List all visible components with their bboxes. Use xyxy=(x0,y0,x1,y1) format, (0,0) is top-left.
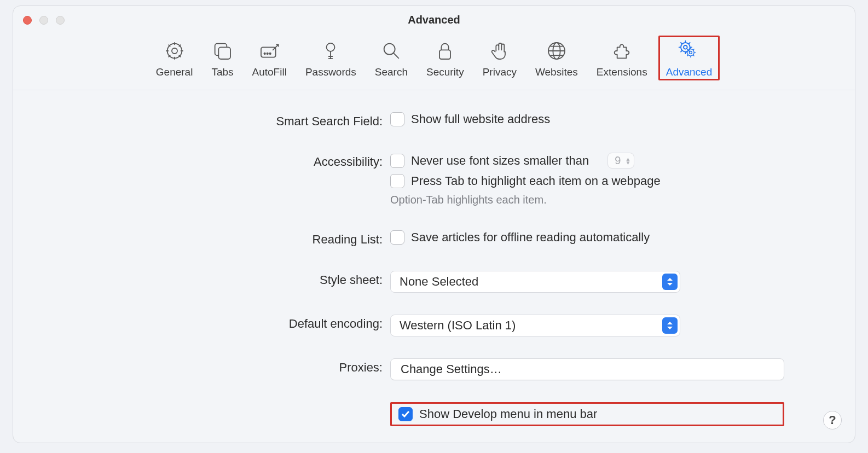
globe-icon xyxy=(546,38,568,64)
encoding-select[interactable]: Western (ISO Latin 1) xyxy=(390,315,680,336)
tab-label: Passwords xyxy=(305,66,356,78)
change-proxies-button[interactable]: Change Settings… xyxy=(390,358,784,380)
tab-label: Extensions xyxy=(597,66,647,78)
preferences-window: Advanced General Tabs AutoFill Passwor xyxy=(13,5,855,443)
tab-privacy[interactable]: Privacy xyxy=(475,36,524,80)
advanced-pane: Smart Search Field: Show full website ad… xyxy=(13,90,855,433)
tab-label: Security xyxy=(426,66,464,78)
stylesheet-label: Style sheet: xyxy=(84,271,390,287)
min-font-size-value: 9 xyxy=(615,154,621,167)
tab-extensions[interactable]: Extensions xyxy=(589,36,655,80)
min-font-size-checkbox[interactable] xyxy=(390,154,404,168)
chevron-updown-icon xyxy=(662,317,678,334)
tabs-icon xyxy=(211,38,233,64)
gear-icon xyxy=(164,38,186,64)
maximize-window-button[interactable] xyxy=(56,16,65,25)
accessibility-hint: Option-Tab highlights each item. xyxy=(390,194,784,206)
tab-search[interactable]: Search xyxy=(367,36,415,80)
search-icon xyxy=(380,38,402,64)
titlebar: Advanced xyxy=(13,6,855,33)
tab-label: Search xyxy=(375,66,408,78)
develop-menu-highlight: Show Develop menu in menu bar xyxy=(390,402,784,426)
svg-rect-10 xyxy=(439,50,450,59)
tab-passwords[interactable]: Passwords xyxy=(298,36,364,80)
chevron-updown-icon xyxy=(662,274,678,290)
reading-list-label: Reading List: xyxy=(84,230,390,247)
svg-point-7 xyxy=(270,53,271,55)
show-develop-menu-label: Show Develop menu in menu bar xyxy=(419,407,597,421)
accessibility-label: Accessibility: xyxy=(84,153,390,169)
svg-rect-3 xyxy=(219,47,231,59)
help-button[interactable]: ? xyxy=(823,411,842,429)
reading-list-offline-label: Save articles for offline reading automa… xyxy=(411,230,650,245)
stylesheet-select[interactable]: None Selected xyxy=(390,271,680,293)
tab-label: AutoFill xyxy=(252,66,287,78)
gears-icon xyxy=(678,38,700,64)
tab-tabs[interactable]: Tabs xyxy=(204,36,241,80)
tab-general[interactable]: General xyxy=(148,36,201,80)
svg-point-13 xyxy=(684,45,687,49)
preferences-toolbar: General Tabs AutoFill Passwords Search xyxy=(13,33,855,90)
tab-label: Privacy xyxy=(483,66,517,78)
key-icon xyxy=(320,38,342,64)
encoding-value: Western (ISO Latin 1) xyxy=(400,318,516,333)
min-font-size-label: Never use font sizes smaller than xyxy=(411,154,589,168)
stylesheet-value: None Selected xyxy=(400,275,478,289)
svg-point-5 xyxy=(264,53,266,55)
minimize-window-button[interactable] xyxy=(39,16,48,25)
encoding-label: Default encoding: xyxy=(84,315,390,331)
tab-label: Websites xyxy=(535,66,578,78)
svg-point-1 xyxy=(167,44,182,59)
svg-point-14 xyxy=(681,43,690,52)
tab-label: Advanced xyxy=(666,66,713,78)
chevron-updown-icon: ▲▼ xyxy=(625,157,630,165)
proxies-label: Proxies: xyxy=(84,358,390,375)
hand-icon xyxy=(489,38,511,64)
show-develop-menu-checkbox[interactable] xyxy=(398,407,413,421)
svg-point-15 xyxy=(689,51,692,54)
close-window-button[interactable] xyxy=(23,16,32,25)
tab-advanced[interactable]: Advanced xyxy=(658,36,720,80)
traffic-lights xyxy=(23,16,65,25)
press-tab-highlight-checkbox[interactable] xyxy=(390,174,404,188)
smart-search-label: Smart Search Field: xyxy=(84,112,390,129)
autofill-icon xyxy=(258,38,280,64)
show-full-url-checkbox[interactable] xyxy=(390,112,404,126)
tab-autofill[interactable]: AutoFill xyxy=(245,36,294,80)
svg-point-8 xyxy=(327,43,335,51)
press-tab-highlight-label: Press Tab to highlight each item on a we… xyxy=(411,174,661,188)
svg-point-16 xyxy=(687,49,695,56)
tab-label: Tabs xyxy=(211,66,233,78)
window-title: Advanced xyxy=(408,14,460,26)
svg-point-6 xyxy=(267,53,269,55)
min-font-size-stepper[interactable]: 9 ▲▼ xyxy=(607,153,634,169)
tab-label: General xyxy=(156,66,193,78)
puzzle-icon xyxy=(611,38,633,64)
svg-point-0 xyxy=(172,48,177,54)
reading-list-offline-checkbox[interactable] xyxy=(390,230,404,245)
tab-websites[interactable]: Websites xyxy=(528,36,586,80)
show-full-url-label: Show full website address xyxy=(411,112,550,126)
tab-security[interactable]: Security xyxy=(419,36,472,80)
lock-icon xyxy=(434,38,456,64)
